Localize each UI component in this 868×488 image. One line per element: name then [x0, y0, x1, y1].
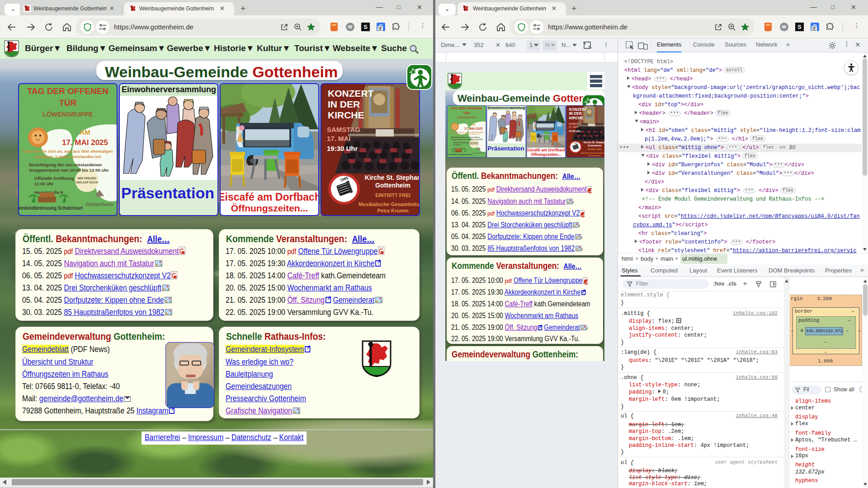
- svg-text:Gasthaus “Löwen” entstanden is: Gasthaus “Löwen” entstanden ist!: [453, 133, 480, 135]
- svg-text:Eiscafé am Dorfbach: Eiscafé am Dorfbach: [221, 191, 318, 203]
- svg-text:Eiscafé am Dorfbach: Eiscafé am Dorfbach: [527, 148, 565, 152]
- svg-text:TÜR: TÜR: [463, 111, 470, 115]
- svg-text:Kleinkindbetreuung Schatzinsel: Kleinkindbetreuung Schatzinsel: [19, 206, 83, 211]
- svg-text:Petra Krumm: Petra Krumm: [377, 208, 408, 213]
- svg-text:Petra Krumm: Petra Krumm: [589, 155, 601, 157]
- svg-text:WIR FREUEN: WIR FREUEN: [471, 142, 478, 144]
- svg-text:WIR FREUEN: WIR FREUEN: [77, 177, 96, 180]
- svg-text:Kleinkindbetreuung Schatzinsel: Kleinkindbetreuung Schatzinsel: [448, 153, 472, 155]
- svg-text:Gottenheim: Gottenheim: [474, 152, 485, 154]
- svg-text:UNS AUF EUCH: UNS AUF EUCH: [76, 181, 98, 184]
- svg-text:Gasthaus “Löwen” entstanden is: Gasthaus “Löwen” entstanden ist!: [34, 155, 101, 159]
- svg-text:IN DER: IN DER: [569, 112, 582, 116]
- svg-text:Gottenheim: Gottenheim: [85, 202, 113, 207]
- svg-text:11:00 Uhr: 11:00 Uhr: [34, 181, 54, 186]
- svg-text:TAG DER OFFENEN: TAG DER OFFENEN: [27, 86, 108, 96]
- svg-text:Musikalische Gesamtleitung:: Musikalische Gesamtleitung:: [359, 202, 419, 207]
- svg-text:EINTRITT FREI: EINTRITT FREI: [375, 192, 410, 198]
- svg-text:17. MAI: 17. MAI: [569, 126, 578, 128]
- svg-text:Kirche St. Stephan: Kirche St. Stephan: [365, 174, 419, 181]
- svg-text:AM: AM: [80, 128, 90, 136]
- svg-text:Gruppenräume von 10:00 bis 13:: Gruppenräume von 10:00 bis 13:00 Uhr: [29, 168, 109, 173]
- svg-text:11:00 Uhr: 11:00 Uhr: [453, 144, 461, 146]
- svg-text:17. MAI: 17. MAI: [327, 135, 351, 142]
- svg-text:Schauen Sie sich an, was aus d: Schauen Sie sich an, was aus dem ehemali…: [449, 131, 485, 133]
- svg-text:Gruppenräume von 10:00 bis 13:: Gruppenräume von 10:00 bis 13:00 Uhr: [451, 139, 483, 141]
- svg-text:19:30 Uhr: 19:30 Uhr: [327, 145, 358, 152]
- svg-text:TAG DER OFFENEN: TAG DER OFFENEN: [451, 106, 483, 110]
- svg-text:Offizielle Eröffnung: Offizielle Eröffnung: [453, 142, 469, 144]
- svg-text:Öffnungszeiten...: Öffnungszeiten...: [531, 152, 561, 157]
- svg-text:Schauen Sie sich an, was aus d: Schauen Sie sich an, was aus dem ehemali…: [23, 149, 113, 154]
- svg-text:LÖWENGRUPPE: LÖWENGRUPPE: [457, 116, 476, 119]
- svg-text:Gottenheim: Gottenheim: [588, 144, 602, 147]
- svg-text:17. MAI 2025: 17. MAI 2025: [464, 127, 482, 130]
- svg-text:LÖWENGRUPPE: LÖWENGRUPPE: [42, 111, 93, 118]
- svg-text:IN DER: IN DER: [328, 99, 360, 109]
- svg-text:Besichtigung der neu entstande: Besichtigung der neu entstandenen: [29, 162, 102, 167]
- svg-text:KONZERT: KONZERT: [569, 108, 587, 112]
- svg-text:KIRCHE: KIRCHE: [328, 110, 364, 120]
- svg-text:EINTRITT FREI: EINTRITT FREI: [588, 148, 602, 150]
- svg-text:KONZERT: KONZERT: [328, 88, 374, 99]
- svg-text:UNS AUF EUCH: UNS AUF EUCH: [470, 143, 478, 145]
- svg-text:SAMSTAG: SAMSTAG: [569, 122, 582, 125]
- svg-text:AM: AM: [471, 123, 475, 126]
- svg-text:Besichtigung der neu entstande: Besichtigung der neu entstandenen: [451, 136, 480, 138]
- svg-text:19:30 Uhr: 19:30 Uhr: [569, 130, 581, 132]
- svg-text:17. MAI 2025: 17. MAI 2025: [62, 138, 108, 147]
- svg-text:Musikalische Gesamtleitung:: Musikalische Gesamtleitung:: [581, 152, 604, 154]
- svg-text:KIRCHE: KIRCHE: [569, 116, 584, 120]
- svg-text:Gottenheim: Gottenheim: [375, 182, 410, 189]
- svg-text:Offizielle Eröffnung: Offizielle Eröffnung: [34, 176, 74, 181]
- svg-text:Öffnungszeiten...: Öffnungszeiten...: [231, 203, 308, 213]
- svg-text:Kirche St. Stephan: Kirche St. Stephan: [584, 141, 604, 144]
- svg-text:TÜR: TÜR: [59, 98, 76, 108]
- svg-text:SAMSTAG: SAMSTAG: [327, 126, 360, 133]
